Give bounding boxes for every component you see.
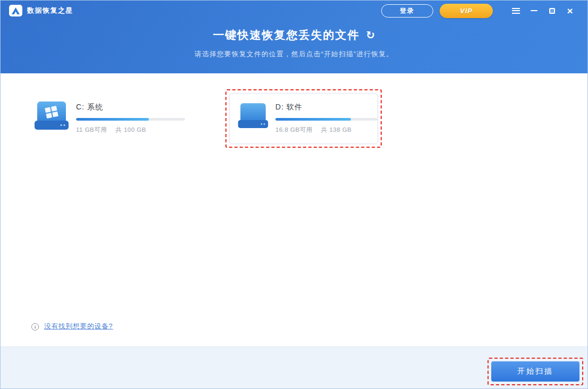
login-button[interactable]: 登录 bbox=[381, 4, 433, 18]
drive-name: C: 系统 bbox=[76, 103, 185, 112]
start-scan-button[interactable]: 开始扫描 bbox=[491, 361, 579, 382]
maximize-icon[interactable] bbox=[543, 4, 561, 18]
footer-bar: 开始扫描 bbox=[1, 346, 587, 388]
drive-total-space: 共 138 GB bbox=[321, 126, 352, 134]
drive-usage-fill bbox=[76, 118, 149, 121]
drive-usage-bar bbox=[275, 118, 377, 121]
help-row: i 没有找到想要的设备? bbox=[31, 322, 113, 331]
page-subtitle: 请选择您要恢复文件的位置，然后点击“开始扫描”进行恢复。 bbox=[1, 49, 587, 59]
logo-triangle-icon bbox=[12, 7, 20, 14]
header: 数据恢复之星 登录 VIP × 一键快速恢复您丢失的文件 ↻ 请选择您要恢复文件… bbox=[1, 1, 587, 73]
titlebar-right: 登录 VIP × bbox=[381, 4, 579, 18]
annotation-box-drive-d: D: 软件 16.8 GB可用 共 138 GB bbox=[225, 89, 382, 148]
drive-free-space: 16.8 GB可用 bbox=[275, 126, 313, 134]
drive-free-space: 11 GB可用 bbox=[76, 126, 107, 134]
drive-total-space: 共 100 GB bbox=[115, 126, 146, 134]
drive-size-text: 16.8 GB可用 共 138 GB bbox=[275, 126, 377, 134]
drive-name: D: 软件 bbox=[275, 103, 377, 112]
hero: 一键快速恢复您丢失的文件 ↻ 请选择您要恢复文件的位置，然后点击“开始扫描”进行… bbox=[1, 28, 587, 59]
drive-usage-bar bbox=[76, 118, 185, 121]
close-icon[interactable]: × bbox=[561, 4, 579, 18]
vip-button[interactable]: VIP bbox=[440, 4, 493, 18]
app-logo-icon bbox=[9, 5, 22, 16]
system-drive-icon bbox=[33, 101, 70, 132]
annotation-box-scan-button: 开始扫描 bbox=[488, 358, 583, 385]
drive-item-d[interactable]: D: 软件 16.8 GB可用 共 138 GB bbox=[229, 93, 378, 144]
minimize-icon[interactable] bbox=[525, 4, 543, 18]
drive-usage-fill bbox=[275, 118, 351, 121]
device-not-found-link[interactable]: 没有找到想要的设备? bbox=[44, 322, 113, 331]
drive-list-area: C: 系统 11 GB可用 共 100 GB bbox=[1, 73, 587, 346]
drive-size-text: 11 GB可用 共 100 GB bbox=[76, 126, 185, 134]
menu-icon[interactable] bbox=[507, 4, 525, 18]
drive-item-c[interactable]: C: 系统 11 GB可用 共 100 GB bbox=[33, 101, 185, 134]
info-icon: i bbox=[31, 323, 39, 331]
titlebar: 数据恢复之星 登录 VIP × bbox=[1, 1, 587, 21]
window-controls: × bbox=[507, 4, 579, 18]
page-title: 一键快速恢复您丢失的文件 bbox=[213, 28, 360, 43]
refresh-icon[interactable]: ↻ bbox=[366, 29, 375, 41]
app-title: 数据恢复之星 bbox=[27, 6, 73, 15]
app-window: 数据恢复之星 登录 VIP × 一键快速恢复您丢失的文件 ↻ 请选择您要恢复文件… bbox=[0, 0, 588, 389]
data-drive-icon bbox=[237, 101, 269, 132]
